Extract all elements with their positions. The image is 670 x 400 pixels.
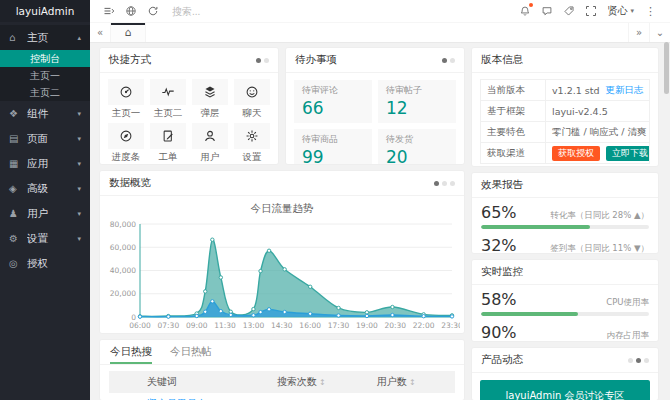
fullscreen-icon[interactable]	[580, 0, 602, 22]
member-forum-banner[interactable]: layuiAdmin 会员讨论专区	[480, 380, 650, 400]
shortcut-progress[interactable]: 进度条	[108, 123, 144, 162]
tag-icon[interactable]	[558, 0, 580, 22]
carousel-dot[interactable]	[628, 358, 633, 363]
svg-text:09:00: 09:00	[186, 321, 208, 330]
tabs-scroll-left-button[interactable]: «	[90, 23, 111, 42]
refresh-icon[interactable]	[142, 0, 164, 22]
changelog-link[interactable]: 更新日志	[606, 84, 644, 97]
carousel-dot[interactable]	[434, 181, 439, 186]
pulse-icon	[161, 85, 175, 99]
chevron-down-icon: ▾	[77, 160, 81, 168]
svg-text:13:00: 13:00	[243, 321, 265, 330]
shortcut-home-1[interactable]: 主页一	[108, 79, 144, 118]
sidebar-item-home[interactable]: ⌂ 主页 ▴	[0, 25, 90, 50]
count-column-header: 搜索次数↕	[271, 371, 371, 393]
carousel-dot[interactable]	[450, 181, 455, 186]
card-effect-report: 效果报告 65% 转化率（日同比 28% ▲） 32% 签到率（日同比 11% …	[472, 173, 658, 253]
sidebar-item-settings[interactable]: ⚙ 设置 ▾	[0, 226, 90, 251]
todo-pending-posts[interactable]: 待审帖子 12	[378, 80, 456, 123]
app-window: layuiAdmin ⌂ 主页 ▴ 控制台 主页一 主页二 ❖ 组件 ▾	[0, 0, 670, 400]
sidebar-item-console[interactable]: 控制台	[0, 50, 90, 67]
card-title: 待办事项	[295, 53, 337, 67]
user-icon	[203, 129, 217, 143]
version-row: 基于框架 layui-v2.4.5	[481, 101, 649, 122]
chevron-up-icon: ▴	[77, 34, 81, 42]
notification-bell-icon[interactable]	[514, 0, 536, 22]
ticket-icon	[161, 129, 175, 143]
sidebar-item-pages[interactable]: ▤ 页面 ▾	[0, 126, 90, 151]
traffic-trend-chart: 020,00040,00060,00080,00006:0007:3009:00…	[100, 216, 464, 333]
version-row: 获取渠道 获取授权 立即下载	[481, 143, 649, 163]
carousel-dot[interactable]	[442, 181, 447, 186]
svg-text:06:00: 06:00	[129, 321, 151, 330]
scrollbar-thumb[interactable]	[664, 42, 669, 94]
compass-icon	[119, 129, 133, 143]
card-todos: 待办事项 待审评论 66 待审帖子	[286, 48, 464, 164]
download-button[interactable]: 立即下载	[606, 146, 649, 161]
user-menu[interactable]: 贤心 ▾	[602, 4, 639, 18]
carousel-dot[interactable]	[450, 58, 455, 63]
sidebar-item-home-2[interactable]: 主页二	[0, 84, 90, 101]
svg-text:11:30: 11:30	[214, 321, 236, 330]
tab-hot-search[interactable]: 今日热搜	[110, 340, 152, 364]
sidebar-item-components[interactable]: ❖ 组件 ▾	[0, 101, 90, 126]
svg-text:80,000: 80,000	[110, 220, 136, 229]
carousel-dot[interactable]	[442, 58, 447, 63]
shortcut-home-2[interactable]: 主页二	[150, 79, 186, 118]
message-icon[interactable]	[536, 0, 558, 22]
sidebar-item-advanced[interactable]: ◈ 高级 ▾	[0, 176, 90, 201]
get-license-button[interactable]: 获取授权	[552, 146, 600, 161]
chevron-down-icon: ▾	[77, 110, 81, 118]
todo-pending-comments[interactable]: 待审评论 66	[294, 80, 372, 123]
chevron-down-icon: ▾	[77, 210, 81, 218]
carousel-dots	[434, 181, 455, 186]
tabs-scroll-right-button[interactable]: »	[628, 23, 649, 42]
sidebar-item-authorization[interactable]: ◎ 授权	[0, 251, 90, 276]
tab-hot-posts[interactable]: 今日热帖	[170, 340, 212, 364]
carousel-dot[interactable]	[636, 358, 641, 363]
todo-count: 20	[386, 147, 448, 164]
current-version: v1.2.1 std	[552, 85, 600, 96]
search-input[interactable]	[170, 5, 284, 18]
todo-count: 66	[302, 98, 364, 118]
sidebar-item-label: 用户	[27, 207, 77, 221]
scrollbar[interactable]	[664, 42, 669, 398]
card-title: 快捷方式	[109, 53, 151, 67]
page-content: 快捷方式 主页一	[90, 43, 670, 400]
todo-count: 12	[386, 98, 448, 118]
website-icon[interactable]	[120, 0, 142, 22]
sort-icon[interactable]: ↕	[319, 378, 326, 387]
sidebar-item-apps[interactable]: ▦ 应用 ▾	[0, 151, 90, 176]
chevron-down-icon: ▾	[77, 235, 81, 243]
sidebar-item-home-1[interactable]: 主页一	[0, 67, 90, 84]
carousel-dot[interactable]	[256, 58, 261, 63]
tabs-menu-button[interactable]: ⌄	[649, 23, 670, 42]
todo-pending-shipment[interactable]: 待发货 20	[378, 129, 456, 164]
sort-icon[interactable]: ↕	[409, 378, 416, 387]
collapse-menu-icon[interactable]	[98, 0, 120, 22]
carousel-dot[interactable]	[644, 358, 649, 363]
shortcut-user[interactable]: 用户	[192, 123, 228, 162]
shortcut-ticket[interactable]: 工单	[150, 123, 186, 162]
features-value: 零门槛 / 响应式 / 清爽 / 极简	[546, 124, 649, 141]
carousel-dots	[256, 58, 269, 63]
sidebar-item-users[interactable]: ♟ 用户 ▾	[0, 201, 90, 226]
shortcut-settings[interactable]: 设置	[234, 123, 270, 162]
user-icon: ♟	[9, 208, 23, 219]
todo-pending-goods[interactable]: 待审商品 99	[294, 129, 372, 164]
chevron-down-icon: ▾	[630, 7, 634, 15]
license-icon: ◎	[9, 258, 23, 269]
carousel-dot[interactable]	[264, 58, 269, 63]
card-title: 产品动态	[481, 353, 523, 367]
shortcut-layer[interactable]: 弹层	[192, 79, 228, 118]
home-tab-icon: ⌂	[125, 26, 132, 39]
rank-column-header	[109, 371, 141, 393]
tab-home[interactable]: ⌂	[111, 23, 146, 42]
svg-text:23:30: 23:30	[441, 321, 460, 330]
svg-text:17:30: 17:30	[328, 321, 350, 330]
progress-bar	[481, 312, 649, 316]
more-menu-icon[interactable]: ⋮	[639, 5, 662, 18]
version-row: 当前版本 v1.2.1 std 更新日志	[481, 80, 649, 101]
svg-text:14:30: 14:30	[271, 321, 293, 330]
shortcut-chat[interactable]: 聊天	[234, 79, 270, 118]
